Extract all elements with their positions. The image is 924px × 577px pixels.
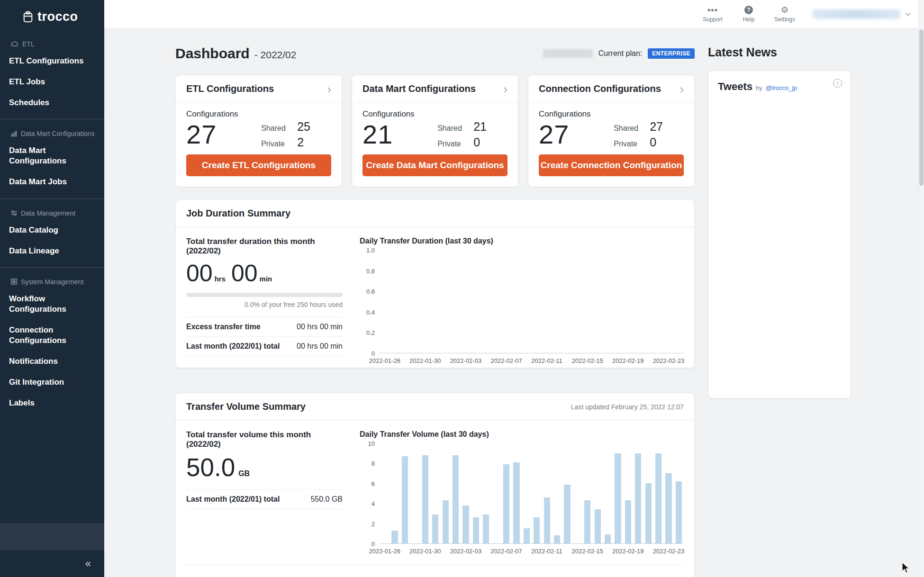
bar <box>554 535 560 543</box>
create-connection-configuration-button[interactable]: Create Connection Configuration <box>539 154 684 176</box>
y-axis: 00.20.40.60.81.0 <box>360 250 380 353</box>
sidebar-item-data-mart-jobs[interactable]: Data Mart Jobs <box>0 171 104 192</box>
twitter-handle-link[interactable]: @trocco_jp <box>766 84 797 91</box>
sidebar-item-notifications[interactable]: Notifications <box>0 351 104 372</box>
sidebar: trocco ETL ETL Configurations ETL Jobs S… <box>0 0 104 577</box>
job-duration-totals: Total transfer duration this month (2022… <box>186 237 343 356</box>
sidebar-item-git-integration[interactable]: Git Integration <box>0 372 104 393</box>
bar <box>595 509 601 543</box>
account-name-redacted <box>813 9 900 19</box>
sidebar-item-connection-configurations[interactable]: Connection Configurations <box>0 320 104 351</box>
y-tick-label: 0.6 <box>366 288 375 295</box>
sidebar-item-workflow-configurations[interactable]: Workflow Configurations <box>0 288 104 320</box>
help-icon: ? <box>744 5 753 15</box>
bar <box>645 483 652 543</box>
last-month-volume-row: Last month (2022/01) total 550.0 GB <box>186 490 343 509</box>
sidebar-item-schedules[interactable]: Schedules <box>0 92 104 113</box>
create-data-mart-configurations-button[interactable]: Create Data Mart Configurations <box>362 154 507 176</box>
duration-progress-bar <box>186 293 343 297</box>
card-title: Data Mart Configurations <box>362 83 476 94</box>
create-etl-configurations-button[interactable]: Create ETL Configurations <box>186 154 331 176</box>
sidebar-footer: « <box>0 550 104 577</box>
tweets-by-label: by <box>756 84 762 91</box>
support-label: Support <box>703 16 723 23</box>
plot-area <box>380 250 684 353</box>
total-volume-label: Total transfer volume this month (2022/0… <box>186 430 343 449</box>
bar <box>432 514 438 543</box>
sidebar-divider <box>0 267 104 268</box>
private-count: 2 <box>297 135 304 149</box>
sidebar-divider <box>0 119 104 119</box>
help-label: Help <box>743 16 755 23</box>
bar <box>462 505 469 543</box>
section-label: ETL <box>22 40 35 48</box>
row-value: 00 hrs 00 min <box>297 323 343 331</box>
sidebar-item-labels[interactable]: Labels <box>0 393 104 414</box>
row-label: Excess transfer time <box>186 323 261 331</box>
chevron-right-icon[interactable]: › <box>503 83 507 95</box>
x-tick-label: 2022-01-30 <box>409 548 441 555</box>
page-head: Dashboard - 2022/02 Current plan: ENTERP… <box>175 45 695 62</box>
card-header-link[interactable]: Connection Configurations › <box>528 75 694 103</box>
page-scrollbar[interactable] <box>918 0 924 577</box>
page-subtitle: - 2022/02 <box>254 49 297 61</box>
info-icon[interactable]: i <box>833 79 842 88</box>
sidebar-item-etl-jobs[interactable]: ETL Jobs <box>0 72 104 92</box>
chevron-right-icon[interactable]: › <box>327 83 331 95</box>
bar <box>503 464 509 543</box>
settings-button[interactable]: ⚙ Settings <box>771 5 798 23</box>
transfer-volume-totals: Total transfer volume this month (2022/0… <box>186 430 343 544</box>
plan-info: Current plan: ENTERPRISE <box>543 48 695 59</box>
daily-transfer-volume-chart: Daily Transfer Volume (last 30 days) 024… <box>360 430 684 544</box>
section-label: Data Mart Configurations <box>21 130 95 137</box>
y-tick-label: 10 <box>368 440 375 447</box>
sidebar-divider <box>0 198 104 199</box>
configurations-count: 27 <box>186 119 217 150</box>
bar <box>524 528 530 543</box>
data-mart-configurations-card: Data Mart Configurations › Configuration… <box>352 75 518 187</box>
y-tick-label: 0 <box>371 541 375 548</box>
sidebar-item-data-mart-configurations[interactable]: Data Mart Configurations <box>0 140 104 171</box>
shared-count: 25 <box>297 120 310 134</box>
hours-value: 00 <box>186 260 213 287</box>
shared-label: Shared <box>261 124 289 133</box>
plot-area <box>380 443 684 544</box>
page-title: Dashboard <box>175 45 250 62</box>
data-mart-icon <box>11 131 17 137</box>
mouse-cursor <box>901 562 912 574</box>
bar <box>402 456 408 543</box>
y-tick-label: 0.2 <box>366 329 375 336</box>
shared-label: Shared <box>437 124 465 133</box>
shared-count: 27 <box>650 120 663 134</box>
daily-transfer-duration-chart: Daily Transfer Duration (last 30 days) 0… <box>360 237 684 356</box>
account-menu[interactable] <box>813 9 911 19</box>
shared-label: Shared <box>614 124 641 133</box>
scrollbar-thumb[interactable] <box>919 29 924 186</box>
sidebar-item-etl-configurations[interactable]: ETL Configurations <box>0 51 104 72</box>
sidebar-item-data-lineage[interactable]: Data Lineage <box>0 241 104 261</box>
logo-text: trocco <box>37 9 78 24</box>
bar <box>483 514 489 543</box>
sidebar-collapse-button[interactable]: « <box>85 558 91 570</box>
logo[interactable]: trocco <box>0 0 104 34</box>
latest-news-title: Latest News <box>708 45 851 59</box>
help-button[interactable]: ? Help <box>735 5 762 23</box>
chevron-right-icon[interactable]: › <box>679 83 684 95</box>
y-tick-label: 1.0 <box>366 247 375 254</box>
settings-label: Settings <box>774 16 795 23</box>
private-label: Private <box>261 140 289 148</box>
total-duration-value: 00 hrs 00 min <box>186 260 343 287</box>
sidebar-item-data-catalog[interactable]: Data Catalog <box>0 220 104 241</box>
trocco-logo-icon <box>23 11 33 23</box>
topbar: ••• Support ? Help ⚙ Settings <box>104 0 924 28</box>
configurations-count: 27 <box>539 119 569 150</box>
x-tick-label: 2022-02-03 <box>450 548 482 555</box>
row-label: Last month (2022/01) total <box>186 495 280 504</box>
cloud-icon <box>11 41 18 47</box>
card-header-link[interactable]: Data Mart Configurations › <box>352 75 518 103</box>
chevron-down-icon <box>905 12 911 16</box>
support-button[interactable]: ••• Support <box>699 5 726 23</box>
total-volume-value: 50.0 GB <box>186 453 343 482</box>
section-data-management: Data Management <box>0 205 104 220</box>
card-header-link[interactable]: ETL Configurations › <box>176 75 342 103</box>
